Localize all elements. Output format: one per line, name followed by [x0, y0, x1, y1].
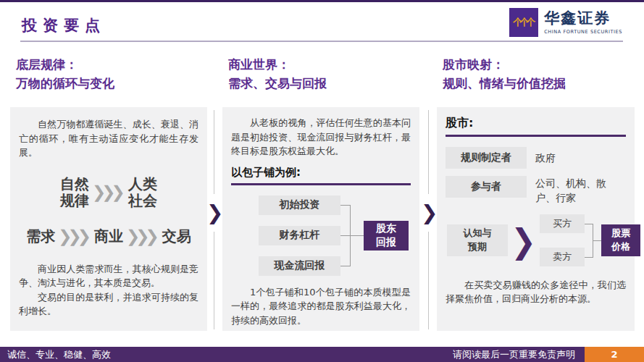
page-title: 投资要点: [22, 15, 106, 35]
shareholder-return-line1: 股东: [376, 222, 396, 235]
rule-maker-box: 规则制定者: [446, 147, 527, 169]
footer-disclaimer: 请阅读最后一页重要免责声明: [453, 347, 575, 362]
column1-paragraph3: 交易的目的是获利，并追求可持续的复利增长。: [19, 290, 198, 319]
stock-price-line1: 股票: [611, 227, 630, 240]
cashflow-return-box: 现金流回报: [259, 256, 340, 276]
slide: 投资要点 个个个 华鑫证券 CHINA FORTUNE SECURITIES 底…: [0, 0, 644, 362]
chevron-right-icon: ❯: [421, 203, 438, 223]
logo-text: 华鑫证券 CHINA FORTUNE SECURITIES: [544, 10, 622, 34]
participants-box: 参与者: [446, 176, 527, 198]
page-number-badge: 2: [585, 347, 644, 362]
flow-trade-label: 交易: [162, 228, 191, 245]
column-divider: [214, 232, 214, 329]
initial-investment-box: 初始投资: [259, 195, 340, 215]
shareholder-return-box: 股东 回报: [364, 221, 409, 251]
nature-society-flow: 自然 规律 ❯❯❯ 人类 社会: [19, 176, 198, 209]
stock-market-heading-rule: [446, 135, 626, 137]
rule-maker-value: 政府: [535, 147, 556, 165]
flow-nature-label: 自然 规律: [60, 176, 89, 209]
shareholder-return-line2: 回报: [376, 235, 396, 249]
company-logo: 个个个 华鑫证券 CHINA FORTUNE SECURITIES: [509, 8, 622, 37]
connector-line: [340, 266, 351, 266]
baozi-heading-rule: [231, 183, 411, 185]
column1-paragraph1: 自然万物都遵循诞生、成长、衰退、消亡的循环，唯有主动适应变化才能生存发展。: [19, 117, 198, 160]
column1-title-line2: 万物的循环与变化: [16, 74, 114, 93]
column2-title-line2: 需求、交易与回报: [228, 74, 327, 93]
logo-mark-icon: 个个个: [509, 8, 538, 37]
column3-title-line2: 规则、情绪与价值挖掘: [443, 74, 566, 93]
column1-paragraph2: 商业因人类需求而生，其核心规则是竞争、淘汰与进化，其本质是交易。: [19, 262, 198, 290]
column1-title: 底层规律： 万物的循环与变化: [16, 55, 114, 93]
footer-slogan: 诚信、专业、稳健、高效: [7, 347, 111, 362]
stock-market-heading: 股市:: [446, 116, 626, 131]
flow-nature-line1: 自然: [60, 176, 89, 193]
column3-paragraph: 在买卖交易赚钱的众多途径中，我们选择聚焦价值，回归商业分析的本源。: [446, 278, 626, 306]
buyer-box: 买方: [540, 214, 585, 233]
triple-chevron-icon: ❯❯❯: [55, 228, 94, 245]
column1-panel: 自然万物都遵循诞生、成长、衰退、消亡的循环，唯有主动适应变化才能生存发展。 自然…: [10, 107, 207, 331]
baozi-example-heading: 以包子铺为例:: [231, 166, 411, 180]
triple-chevron-icon: ❯❯❯: [123, 228, 162, 245]
flow-society-line2: 社会: [128, 193, 157, 209]
connector-line: [585, 257, 593, 258]
connector-line: [340, 205, 351, 206]
financial-leverage-box: 财务杠杆: [259, 226, 340, 245]
column2-title: 商业世界： 需求、交易与回报: [228, 55, 327, 93]
triple-chevron-icon: ❯❯❯: [89, 184, 128, 201]
flow-nature-line2: 规律: [60, 193, 89, 209]
column3-title: 股市映射： 规则、情绪与价值挖掘: [443, 55, 566, 93]
column-divider: [428, 110, 429, 194]
stock-price-diagram: 认知与 预期 ❯ 买方 卖方 股票 价格: [446, 214, 626, 269]
rule-maker-row: 规则制定者 政府: [446, 147, 626, 169]
chevron-right-icon: ❯: [511, 214, 536, 269]
footer-bar: 诚信、专业、稳健、高效 请阅读最后一页重要免责声明 2: [0, 347, 644, 362]
demand-business-trade-flow: 需求 ❯❯❯ 商业 ❯❯❯ 交易: [19, 228, 198, 245]
connector-line: [593, 240, 601, 241]
column2-panel: 从老板的视角，评估任何生意的基本问题是初始投资、现金流回报与财务杠杆，最终目标是…: [222, 107, 419, 331]
stock-price-box: 股票 价格: [601, 224, 640, 256]
flow-society-line1: 人类: [128, 176, 157, 193]
cognition-line2: 预期: [468, 240, 487, 254]
connector-line: [340, 235, 351, 236]
column2-paragraph2: 1个包子铺和10个包子铺的本质模型是一样的，最终追求的都是股东利益最大化，持续的…: [231, 285, 411, 328]
column1-title-line1: 底层规律：: [16, 55, 114, 74]
column3-title-line1: 股市映射：: [443, 55, 566, 74]
shareholder-return-diagram: 初始投资 财务杠杆 现金流回报 股东 回报: [231, 193, 411, 278]
participants-value: 公司、机构、散户、行家: [535, 176, 626, 206]
top-accent-bar: [0, 0, 644, 2]
flow-business-label: 商业: [94, 228, 123, 245]
column3-panel: 股市: 规则制定者 政府 参与者 公司、机构、散户、行家 认知与 预期 ❯ 买方…: [437, 107, 635, 331]
column-divider: [428, 232, 429, 329]
cognition-expectation-box: 认知与 预期: [447, 224, 508, 256]
participants-row: 参与者 公司、机构、散户、行家: [446, 176, 626, 206]
connector-line: [350, 235, 364, 236]
seller-box: 卖方: [540, 248, 585, 266]
cognition-line1: 认知与: [464, 227, 492, 240]
connector-line: [585, 224, 593, 224]
logo-company-name: 华鑫证券: [544, 10, 622, 27]
chevron-right-icon: ❯: [206, 203, 223, 223]
stock-price-line2: 价格: [611, 240, 630, 253]
column2-title-line1: 商业世界：: [228, 55, 327, 74]
flow-society-label: 人类 社会: [128, 176, 157, 209]
header-divider: [20, 41, 623, 42]
column-divider: [214, 110, 214, 194]
column2-paragraph1: 从老板的视角，评估任何生意的基本问题是初始投资、现金流回报与财务杠杆，最终目标是…: [231, 116, 411, 159]
logo-company-subtitle: CHINA FORTUNE SECURITIES: [544, 29, 622, 35]
flow-demand-label: 需求: [26, 228, 55, 245]
